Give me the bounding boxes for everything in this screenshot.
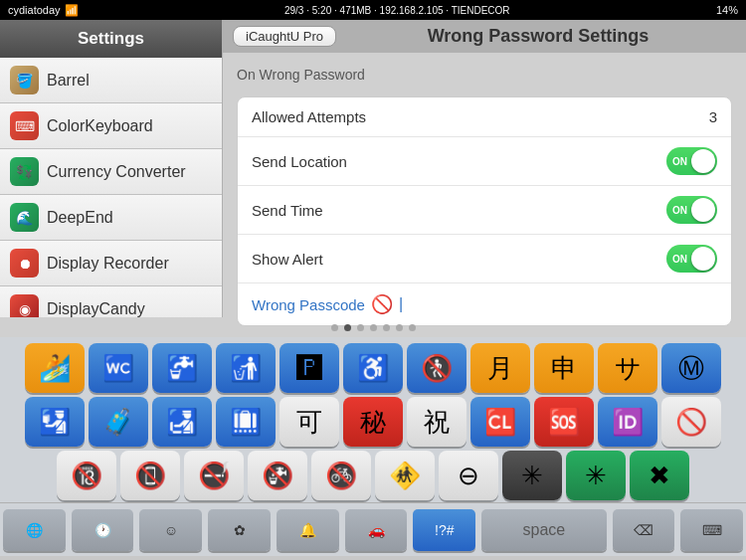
backspace-key[interactable]: ⌫ (613, 509, 675, 551)
wifi-icon: 📶 (65, 4, 79, 17)
emoji-btn-1-7[interactable]: 🆑 (470, 397, 530, 447)
sidebar-icon-barrel: 🪣 (10, 66, 39, 94)
car-key[interactable]: 🚗 (345, 509, 408, 551)
status-bar: cydiatoday 📶 29/3 · 5:20 · 471MB · 192.1… (0, 0, 746, 20)
bell-key[interactable]: 🔔 (277, 509, 339, 551)
emoji-btn-0-10[interactable]: Ⓜ (661, 343, 721, 393)
sidebar-item-displaycandy[interactable]: ◉ DisplayCandy (0, 286, 222, 317)
sidebar-icon-deepend: 🌊 (10, 203, 39, 232)
sidebar-title: Settings (78, 29, 144, 49)
send-location-row: Send Location ON (238, 137, 731, 186)
show-alert-label: Show Alert (252, 251, 323, 268)
emoji-btn-0-7[interactable]: 月 (470, 343, 530, 393)
emoji-btn-1-10[interactable]: 🚫 (661, 397, 721, 447)
clock-key[interactable]: 🕐 (72, 509, 134, 551)
emoji-btn-1-1[interactable]: 🧳 (89, 397, 148, 447)
emoji-btn-2-4[interactable]: 🚳 (311, 451, 371, 500)
emoji-btn-2-1[interactable]: 📵 (120, 451, 180, 500)
emoji-btn-1-0[interactable]: 🛂 (25, 397, 85, 447)
emoji-btn-1-3[interactable]: 🛄 (216, 397, 276, 447)
send-time-toggle[interactable]: ON (666, 196, 717, 224)
show-alert-toggle[interactable]: ON (666, 245, 717, 273)
send-time-label: Send Time (252, 202, 323, 219)
allowed-attempts-value: 3 (709, 108, 717, 125)
emoji-btn-0-6[interactable]: 🚷 (407, 343, 466, 393)
tab-bar: iCaughtU Pro Wrong Password Settings (223, 20, 746, 53)
sidebar-header: Settings (0, 20, 222, 58)
emoji-btn-2-0[interactable]: 🔞 (57, 451, 116, 500)
emoji-key[interactable]: ☺ (139, 509, 202, 551)
page-dot-0 (331, 324, 338, 331)
sidebar-label-display: Display Recorder (47, 255, 169, 273)
flower-key[interactable]: ✿ (208, 509, 271, 551)
sidebar-icon-displaycandy: ◉ (10, 294, 39, 317)
keyboard-key[interactable]: ⌨ (680, 509, 743, 551)
emoji-btn-2-5[interactable]: 🚸 (375, 451, 435, 500)
sidebar-label-barrel: Barrel (47, 72, 90, 90)
icaughtu-tab[interactable]: iCaughtU Pro (233, 26, 336, 47)
emoji-btn-0-9[interactable]: サ (598, 343, 657, 393)
emoji-btn-1-2[interactable]: 🛃 (152, 397, 212, 447)
section-label: On Wrong Password (237, 67, 732, 83)
status-center: 29/3 · 5:20 · 471MB · 192.168.2.105 · TI… (284, 5, 510, 16)
emoji-grid-container: 🏄🚾🚰🚮🅿♿🚷月申サⓂ🛂🧳🛃🛄可秘祝🆑🆘🆔🚫🔞📵🚭🚱🚳🚸⊖✳✳✖ (0, 337, 746, 502)
page-dot-1 (344, 324, 351, 331)
sidebar-item-barrel[interactable]: 🪣 Barrel (0, 58, 222, 103)
carrier: cydiatoday (8, 4, 61, 16)
allowed-attempts-row: Allowed Attempts 3 (238, 97, 731, 137)
emoji-btn-1-8[interactable]: 🆘 (534, 397, 594, 447)
cursor: | (399, 295, 403, 313)
emoji-btn-0-2[interactable]: 🚰 (152, 343, 212, 393)
main-content: Settings 🪣 Barrel ⌨ ColorKeyboard 💱 Curr… (0, 20, 746, 317)
sidebar-icon-colorkeyboard: ⌨ (10, 111, 39, 140)
emoji-btn-1-9[interactable]: 🆔 (598, 397, 657, 447)
sidebar-item-deepend[interactable]: 🌊 DeepEnd (0, 195, 222, 241)
emoji-btn-1-5[interactable]: 秘 (343, 397, 403, 447)
sidebar-item-colorkeyboard[interactable]: ⌨ ColorKeyboard (0, 103, 222, 149)
status-left: cydiatoday 📶 (8, 4, 79, 17)
emoji-btn-0-3[interactable]: 🚮 (216, 343, 276, 393)
wrong-passcode-label: Wrong Passcode (252, 296, 365, 313)
sidebar-label-colorkeyboard: ColorKeyboard (47, 117, 153, 135)
status-right: 14% (716, 4, 738, 16)
emoji-btn-0-1[interactable]: 🚾 (89, 343, 148, 393)
emoji-btn-0-0[interactable]: 🏄 (25, 343, 85, 393)
page-dot-5 (396, 324, 403, 331)
page-dot-4 (383, 324, 390, 331)
sidebar-items-container: 🪣 Barrel ⌨ ColorKeyboard 💱 Currency Conv… (0, 58, 222, 317)
sidebar-item-currency[interactable]: 💱 Currency Converter (0, 149, 222, 195)
emoji-btn-2-7[interactable]: ✳ (502, 451, 562, 500)
keyboard-bottom: 🌐🕐☺✿🔔🚗!?#space⌫⌨ (0, 502, 746, 556)
send-location-toggle[interactable]: ON (666, 147, 717, 175)
symbol-key[interactable]: !?# (413, 509, 475, 551)
sidebar-icon-display: ⏺ (10, 249, 39, 278)
emoji-btn-2-3[interactable]: 🚱 (248, 451, 307, 500)
page-dot-3 (370, 324, 377, 331)
sidebar-icon-currency: 💱 (10, 157, 39, 186)
emoji-btn-0-4[interactable]: 🅿 (280, 343, 339, 393)
sidebar-label-currency: Currency Converter (47, 163, 186, 181)
wrong-passcode-row[interactable]: Wrong Passcode 🚫 | (238, 283, 731, 325)
sidebar-item-display[interactable]: ⏺ Display Recorder (0, 241, 222, 286)
space-key[interactable]: space (481, 509, 606, 551)
allowed-attempts-label: Allowed Attempts (252, 108, 366, 125)
emoji-row-0: 🏄🚾🚰🚮🅿♿🚷月申サⓂ (10, 343, 736, 393)
emoji-row-1: 🛂🧳🛃🛄可秘祝🆑🆘🆔🚫 (10, 397, 736, 447)
panel-title: Wrong Password Settings (340, 26, 736, 47)
battery-label: 14% (716, 4, 738, 16)
emoji-btn-2-6[interactable]: ⊖ (439, 451, 498, 500)
emoji-btn-0-8[interactable]: 申 (534, 343, 594, 393)
sidebar-label-displaycandy: DisplayCandy (47, 300, 145, 318)
sidebar-label-deepend: DeepEnd (47, 209, 113, 227)
emoji-btn-2-9[interactable]: ✖ (630, 451, 689, 500)
emoji-btn-1-6[interactable]: 祝 (407, 397, 466, 447)
show-alert-row: Show Alert ON (238, 235, 731, 283)
emoji-btn-2-2[interactable]: 🚭 (184, 451, 244, 500)
emoji-btn-2-8[interactable]: ✳ (566, 451, 626, 500)
send-time-row: Send Time ON (238, 186, 731, 235)
emoji-btn-1-4[interactable]: 可 (280, 397, 339, 447)
globe-key[interactable]: 🌐 (3, 509, 66, 551)
settings-area: On Wrong Password Allowed Attempts 3 Sen… (223, 53, 746, 340)
page-dot-6 (409, 324, 416, 331)
emoji-btn-0-5[interactable]: ♿ (343, 343, 403, 393)
